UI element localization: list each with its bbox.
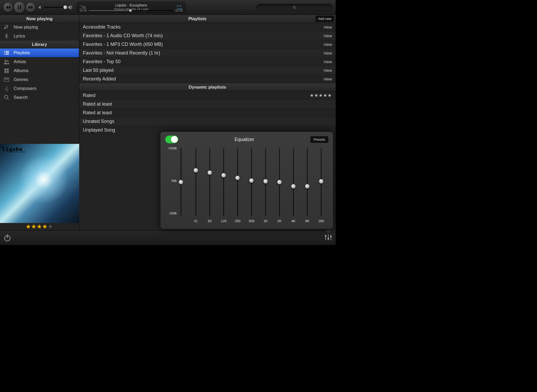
next-button[interactable]: [26, 2, 36, 12]
view-button[interactable]: View: [324, 51, 332, 55]
dynamic-header: Dynamic playlists: [79, 83, 336, 91]
eq-band-knob[interactable]: [221, 173, 226, 178]
svg-rect-12: [4, 68, 6, 70]
sidebar-item-search[interactable]: Search: [0, 93, 79, 102]
volume-control[interactable]: [38, 5, 72, 9]
rating-star[interactable]: ★: [42, 223, 48, 230]
footer-bar: [0, 230, 336, 245]
eq-band-label: 2K: [272, 219, 286, 223]
view-button[interactable]: View: [324, 77, 332, 81]
svg-rect-15: [7, 71, 9, 73]
eq-master-slider[interactable]: [178, 145, 184, 224]
eq-band-knob[interactable]: [291, 184, 296, 189]
playlist-row[interactable]: Favorites - 1 MP3 CD Worth (650 MB)View: [79, 40, 336, 49]
eq-band-31[interactable]: 31: [189, 145, 203, 224]
playlists-header-title: Playlists: [79, 16, 315, 21]
eq-master-knob[interactable]: [179, 180, 183, 184]
eq-band-4K[interactable]: 4K: [286, 145, 300, 224]
people-icon: [3, 59, 10, 65]
playlist-row[interactable]: Favorites - 1 Audio CD Worth (74 min)Vie…: [79, 31, 336, 40]
view-button[interactable]: View: [324, 34, 332, 38]
star-filter[interactable]: ★★★★★: [310, 92, 332, 98]
playlist-row[interactable]: Favorites - Not Heard Recently (1 hr)Vie…: [79, 49, 336, 57]
eq-band-16K[interactable]: 16K: [314, 145, 328, 224]
eq-band-8K[interactable]: 8K: [300, 145, 314, 224]
svg-point-10: [5, 60, 7, 62]
view-button[interactable]: View: [324, 59, 332, 64]
playlist-row[interactable]: Recently AddedView: [79, 75, 336, 83]
dynamic-playlist-row[interactable]: Rated★★★★★: [79, 91, 336, 100]
eq-band-knob[interactable]: [263, 179, 268, 184]
track-title: Liqube - Exosphere: [87, 3, 176, 7]
svg-rect-8: [6, 52, 9, 53]
repeat-button[interactable]: [176, 6, 183, 9]
svg-rect-7: [6, 51, 9, 52]
sidebar: Now playing Now playingLyrics Library Pl…: [0, 15, 79, 230]
prev-button[interactable]: [3, 2, 13, 12]
rating-control[interactable]: ★★★★★: [0, 223, 79, 230]
search-input[interactable]: [256, 4, 332, 11]
eq-band-knob[interactable]: [207, 170, 212, 175]
eq-band-knob[interactable]: [277, 180, 282, 184]
eq-band-250[interactable]: 250: [231, 145, 245, 224]
progress-thumb[interactable]: [129, 9, 132, 12]
eq-band-1K[interactable]: 1K: [259, 145, 272, 224]
dynamic-playlist-row[interactable]: Rated at least: [79, 108, 336, 117]
view-button[interactable]: View: [324, 68, 332, 73]
add-new-button[interactable]: Add new: [315, 16, 334, 22]
sidebar-item-now-playing[interactable]: Now playing: [0, 23, 79, 32]
svg-rect-14: [4, 71, 6, 73]
playlist-row[interactable]: Last 50 playedView: [79, 66, 336, 75]
volume-knob[interactable]: [63, 5, 67, 9]
sidebar-section-now-playing: Now playing: [0, 15, 79, 23]
top-player-bar: Liqube - Exosphere Distant Worlds of Lig…: [0, 0, 336, 15]
eq-band-knob[interactable]: [194, 168, 198, 173]
rating-star[interactable]: ★: [31, 223, 37, 230]
playlist-name: Last 50 played: [83, 68, 324, 73]
volume-slider[interactable]: [44, 7, 66, 8]
album-art[interactable]: liqube electronic music: [0, 144, 79, 223]
eq-band-500[interactable]: 500: [245, 145, 259, 224]
eq-toggle[interactable]: [165, 135, 178, 143]
eq-band-2K[interactable]: 2K: [272, 145, 286, 224]
sidebar-item-artists[interactable]: Artists: [0, 57, 79, 66]
view-button[interactable]: View: [324, 42, 332, 47]
eq-scale: +20db 0db -20db: [165, 145, 178, 224]
rating-star[interactable]: ★: [48, 223, 53, 230]
search-icon: [3, 95, 10, 100]
art-brand-sub: electronic music: [7, 151, 26, 153]
eq-band-knob[interactable]: [319, 179, 324, 184]
list-icon: [3, 50, 10, 56]
sidebar-item-playlists[interactable]: Playlists: [0, 48, 79, 57]
equalizer-button[interactable]: [325, 234, 332, 242]
dynamic-playlist-row[interactable]: Rated at least: [79, 100, 336, 108]
rating-star[interactable]: ★: [26, 223, 31, 230]
eq-band-125[interactable]: 125: [217, 145, 230, 224]
power-button[interactable]: [4, 234, 11, 242]
eq-band-knob[interactable]: [305, 184, 310, 189]
playlist-name: Favorites - 1 Audio CD Worth (74 min): [83, 33, 324, 39]
progress-bar[interactable]: [89, 10, 173, 11]
grid-icon: [3, 68, 10, 74]
eq-title: Equalizer: [178, 137, 310, 142]
sidebar-item-lyrics[interactable]: Lyrics: [0, 32, 79, 41]
rating-star[interactable]: ★: [37, 223, 42, 230]
eq-band-knob[interactable]: [249, 178, 254, 183]
sidebar-item-albums[interactable]: Albums: [0, 66, 79, 75]
sidebar-item-composers[interactable]: Composers: [0, 84, 79, 93]
svg-point-28: [327, 238, 329, 239]
sidebar-item-genres[interactable]: Genres: [0, 75, 79, 84]
volume-low-icon: [38, 5, 42, 9]
playlist-row[interactable]: Accessible TracksView: [79, 23, 336, 31]
pause-button[interactable]: [14, 2, 25, 13]
eq-band-knob[interactable]: [235, 176, 240, 180]
dynamic-playlist-row[interactable]: Unrated Songs: [79, 117, 336, 126]
playlist-row[interactable]: Favorites - Top 50View: [79, 57, 336, 66]
playlist-name: Accessible Tracks: [83, 24, 324, 30]
svg-point-29: [330, 236, 332, 237]
presets-button[interactable]: Presets: [310, 136, 328, 143]
view-button[interactable]: View: [324, 25, 332, 29]
eq-band-63[interactable]: 63: [203, 145, 217, 224]
dynamic-header-title: Dynamic playlists: [79, 85, 336, 90]
eq-band-label: 125: [217, 219, 230, 223]
